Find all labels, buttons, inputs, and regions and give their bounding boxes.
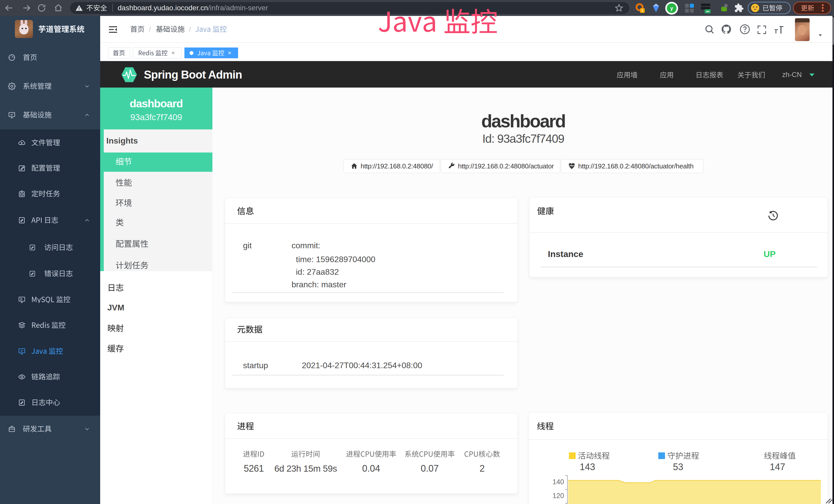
- svg-text:y: y: [670, 5, 673, 11]
- svg-text:on: on: [706, 10, 709, 13]
- svg-text:1: 1: [641, 8, 643, 13]
